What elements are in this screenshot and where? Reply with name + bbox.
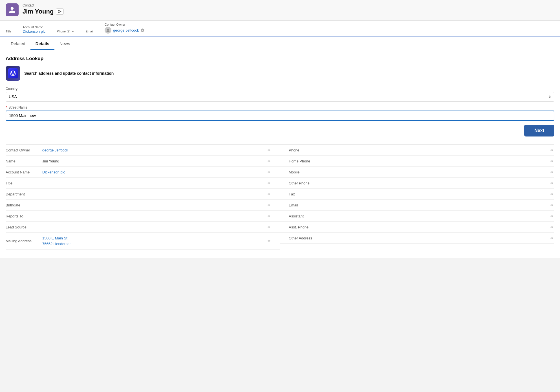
detail-row-assistant: Assistant ✏: [280, 211, 554, 222]
tab-bar: Related Details News: [0, 37, 560, 50]
subheader: Title Account Name Dickenson plc Phone (…: [0, 21, 560, 37]
email-label: Email: [86, 30, 94, 33]
detail-row-lead-source: Lead Source ✏: [6, 222, 280, 233]
org-icon: [58, 10, 62, 14]
contact-label: Contact: [23, 3, 64, 7]
detail-row-name: Name Jim Young ✏: [6, 156, 280, 167]
lead-source-label: Lead Source: [6, 225, 42, 229]
country-select[interactable]: USA: [6, 92, 554, 102]
department-label: Department: [6, 192, 42, 196]
birthdate-edit-icon[interactable]: ✏: [266, 202, 272, 208]
detail-col-left: Contact Owner george Jeffcock ✏ Name Jim…: [6, 145, 280, 250]
tab-details[interactable]: Details: [30, 37, 54, 50]
reports-to-label: Reports To: [6, 214, 42, 218]
detail-row-other-phone: Other Phone ✏: [280, 178, 554, 189]
other-address-edit-icon[interactable]: ✏: [549, 235, 554, 241]
address-lookup-icon: [6, 66, 20, 81]
address-lookup-title: Address Lookup: [6, 56, 554, 61]
mobile-edit-icon[interactable]: ✏: [549, 169, 554, 175]
other-phone-edit-icon[interactable]: ✏: [549, 180, 554, 186]
name-detail-value: Jim Young: [42, 159, 266, 163]
lead-source-edit-icon[interactable]: ✏: [266, 224, 272, 230]
street-label: * Street Name: [6, 105, 554, 109]
phone-label-text: Phone (2): [57, 30, 70, 33]
detail-row-account-name: Account Name Dickenson plc ✏: [6, 167, 280, 178]
account-name-detail-value[interactable]: Dickenson plc: [42, 170, 266, 174]
phone-label: Phone (2) ▼: [57, 30, 74, 33]
detail-row-reports-to: Reports To ✏: [6, 211, 280, 222]
detail-row-home-phone: Home Phone ✏: [280, 156, 554, 167]
address-lookup-description: Search address and update contact inform…: [24, 71, 114, 76]
contact-name: Jim Young: [23, 8, 54, 15]
header-text: Contact Jim Young: [23, 3, 64, 15]
asst-phone-label: Asst. Phone: [289, 225, 325, 229]
mailing-address-value[interactable]: 1500 E Main St75652 Henderson: [42, 235, 266, 246]
birthdate-label: Birthdate: [6, 203, 42, 207]
email-edit-icon[interactable]: ✏: [549, 202, 554, 208]
org-chart-button[interactable]: [56, 8, 64, 15]
detail-row-email: Email ✏: [280, 200, 554, 211]
tab-related[interactable]: Related: [6, 37, 30, 50]
account-name-link[interactable]: Dickenson plc: [23, 29, 45, 34]
reports-to-edit-icon[interactable]: ✏: [266, 213, 272, 219]
contact-svg: [8, 6, 16, 14]
details-grid: Contact Owner george Jeffcock ✏ Name Jim…: [6, 144, 554, 250]
mailing-address-edit-icon[interactable]: ✏: [266, 239, 272, 244]
other-address-label: Other Address: [289, 236, 325, 240]
main-content: Address Lookup Search address and update…: [0, 50, 560, 258]
account-name-detail-label: Account Name: [6, 170, 42, 174]
phone-field: Phone (2) ▼: [57, 30, 74, 34]
assistant-label: Assistant: [289, 214, 325, 218]
address-lookup-banner: Search address and update contact inform…: [6, 66, 554, 81]
email-field: Email: [86, 30, 94, 34]
detail-row-phone: Phone ✏: [280, 145, 554, 156]
fax-edit-icon[interactable]: ✏: [549, 191, 554, 197]
contact-owner-field: Contact Owner george Jeffcock: [105, 23, 145, 34]
department-edit-icon[interactable]: ✏: [266, 191, 272, 197]
other-phone-label: Other Phone: [289, 181, 325, 185]
account-name-field: Account Name Dickenson plc: [23, 25, 45, 34]
contact-icon: [6, 3, 19, 16]
phone-dropdown-arrow[interactable]: ▼: [72, 30, 74, 33]
detail-row-title: Title ✏: [6, 178, 280, 189]
name-row: Jim Young: [23, 8, 64, 15]
contact-owner-detail-value[interactable]: george Jeffcock: [42, 148, 266, 152]
mailing-address-label: Mailing Address: [6, 239, 42, 243]
detail-row-other-address: Other Address ✏: [280, 233, 554, 244]
street-name-group: * Street Name: [6, 105, 554, 121]
detail-row-mobile: Mobile ✏: [280, 167, 554, 178]
contact-owner-edit-icon[interactable]: ✏: [266, 147, 272, 153]
owner-avatar: [105, 27, 111, 34]
title-edit-icon[interactable]: ✏: [266, 180, 272, 186]
avatar-icon: [106, 28, 110, 32]
street-label-text: Street Name: [8, 105, 27, 109]
title-field: Title: [6, 30, 11, 34]
tab-news[interactable]: News: [54, 37, 75, 50]
home-phone-edit-icon[interactable]: ✏: [549, 158, 554, 164]
assistant-edit-icon[interactable]: ✏: [549, 213, 554, 219]
title-detail-label: Title: [6, 181, 42, 185]
contact-owner-label: Contact Owner: [105, 23, 145, 26]
account-name-edit-icon[interactable]: ✏: [266, 169, 272, 175]
page-header: Contact Jim Young: [0, 0, 560, 21]
fax-label: Fax: [289, 192, 325, 196]
phone-row: Phone (2) ▼: [57, 30, 74, 33]
required-indicator: *: [6, 105, 7, 109]
detail-row-contact-owner: Contact Owner george Jeffcock ✏: [6, 145, 280, 156]
phone-detail-label: Phone: [289, 148, 325, 152]
name-detail-label: Name: [6, 159, 42, 163]
contact-owner-detail-label: Contact Owner: [6, 148, 42, 152]
owner-name-link[interactable]: george Jeffcock: [113, 28, 139, 32]
next-button[interactable]: Next: [524, 125, 554, 136]
detail-row-asst-phone: Asst. Phone ✏: [280, 222, 554, 233]
mobile-label: Mobile: [289, 170, 325, 174]
phone-edit-icon[interactable]: ✏: [549, 147, 554, 153]
cube-icon: [8, 68, 18, 78]
button-row: Next: [6, 125, 554, 136]
name-edit-icon[interactable]: ✏: [266, 158, 272, 164]
country-label: Country: [6, 87, 554, 91]
street-input[interactable]: [6, 111, 554, 121]
asst-phone-edit-icon[interactable]: ✏: [549, 224, 554, 230]
svg-point-0: [107, 29, 109, 30]
owner-settings-icon: [141, 28, 145, 32]
